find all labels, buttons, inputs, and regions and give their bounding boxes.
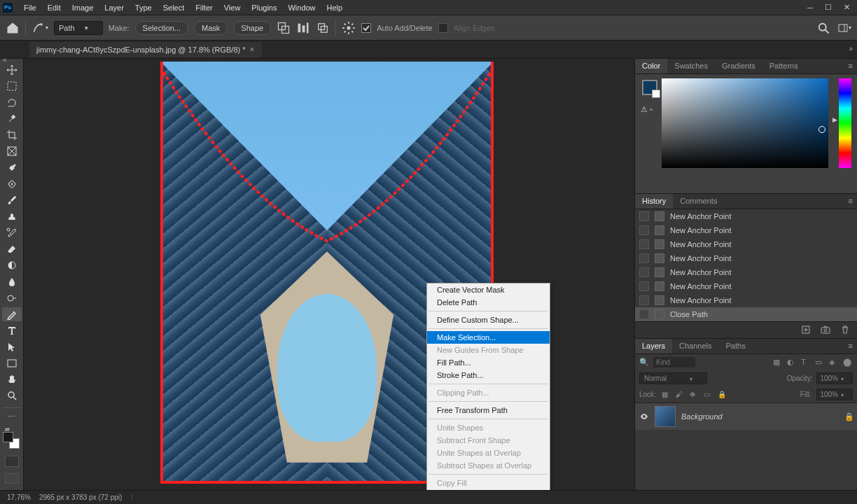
path-alignment-icon[interactable]	[296, 22, 310, 34]
eraser-tool[interactable]	[2, 242, 22, 256]
document-tab[interactable]: jimmy-chang-ACt8ycSzpdE-unsplash.jpg @ 1…	[29, 42, 262, 57]
make-mask-button[interactable]: Mask	[194, 21, 228, 35]
context-menu-item[interactable]: Define Custom Shape...	[427, 314, 550, 326]
history-item[interactable]: New Anchor Point	[635, 293, 857, 307]
type-tool[interactable]	[2, 323, 22, 337]
color-field[interactable]	[662, 78, 828, 168]
collapse-tools-icon[interactable]: «	[3, 56, 7, 64]
menu-image[interactable]: Image	[67, 1, 99, 14]
history-item[interactable]: New Anchor Point	[635, 265, 857, 279]
history-item[interactable]: New Anchor Point	[635, 223, 857, 237]
healing-tool[interactable]	[2, 177, 22, 191]
layer-row[interactable]: Background 🔒	[635, 403, 857, 430]
history-item[interactable]: New Anchor Point	[635, 251, 857, 265]
gamut-warning-icon[interactable]: ⚠ ▫	[641, 105, 653, 114]
panel-menu-icon[interactable]: ≡	[844, 194, 857, 209]
zoom-level[interactable]: 17.76%	[7, 493, 31, 501]
minimize-button[interactable]: ─	[805, 3, 815, 13]
make-selection-button[interactable]: Selection...	[135, 21, 188, 35]
tab-patterns[interactable]: Patterns	[762, 59, 805, 74]
menu-file[interactable]: File	[18, 1, 42, 14]
screen-mode-icon[interactable]	[5, 473, 19, 484]
menu-edit[interactable]: Edit	[42, 1, 67, 14]
menu-layer[interactable]: Layer	[99, 1, 130, 14]
tab-close-icon[interactable]: ×	[250, 45, 255, 55]
lock-position-icon[interactable]: ✥	[690, 391, 698, 399]
layer-list[interactable]: Background 🔒	[635, 403, 857, 490]
menu-filter[interactable]: Filter	[190, 1, 218, 14]
filter-pixel-icon[interactable]: ▦	[773, 358, 783, 368]
tool-preset-picker[interactable]: ▾	[32, 21, 48, 35]
history-item[interactable]: Close Path	[635, 307, 857, 321]
layer-thumbnail[interactable]	[655, 406, 676, 427]
menu-help[interactable]: Help	[321, 1, 349, 14]
history-checkbox[interactable]	[639, 309, 649, 319]
maximize-button[interactable]: ☐	[823, 3, 833, 13]
context-menu-item[interactable]: Stroke Path...	[427, 369, 550, 382]
anchor-point[interactable]	[491, 62, 494, 64]
foreground-color[interactable]	[3, 432, 13, 442]
filter-adjustment-icon[interactable]: ◐	[787, 358, 797, 368]
filter-toggle-icon[interactable]: ⬤	[843, 358, 853, 368]
crop-tool[interactable]	[2, 128, 22, 142]
canvas-area[interactable]: Create Vector MaskDelete PathDefine Cust…	[24, 59, 634, 490]
path-mode-select[interactable]: Path ▾	[54, 21, 103, 35]
path-arrangement-icon[interactable]	[316, 22, 330, 34]
history-checkbox[interactable]	[639, 211, 649, 221]
history-item[interactable]: New Anchor Point	[635, 209, 857, 223]
history-checkbox[interactable]	[639, 295, 649, 305]
marquee-tool[interactable]	[2, 79, 22, 93]
tab-history[interactable]: History	[635, 194, 673, 209]
lock-transparency-icon[interactable]: ▦	[662, 391, 670, 399]
history-list[interactable]: New Anchor PointNew Anchor PointNew Anch…	[635, 209, 857, 321]
dodge-tool[interactable]	[2, 291, 22, 305]
lock-all-icon[interactable]: 🔒	[718, 391, 726, 399]
filter-smartobj-icon[interactable]: ◈	[829, 358, 839, 368]
hand-tool[interactable]	[2, 372, 22, 386]
history-brush-tool[interactable]	[2, 226, 22, 240]
history-item[interactable]: New Anchor Point	[635, 237, 857, 251]
tab-swatches[interactable]: Swatches	[667, 59, 715, 74]
expand-panels-icon[interactable]: »	[849, 45, 853, 52]
trash-icon[interactable]	[840, 325, 850, 336]
move-tool[interactable]	[2, 63, 22, 77]
filter-search-icon[interactable]: 🔍	[639, 358, 649, 367]
status-menu-icon[interactable]: 〉	[130, 493, 137, 502]
blend-mode-select[interactable]: Normal ▾	[639, 372, 707, 384]
make-shape-button[interactable]: Shape	[233, 21, 271, 35]
snapshot-icon[interactable]	[821, 325, 830, 336]
visibility-icon[interactable]	[639, 412, 649, 421]
swap-colors-icon[interactable]: ⇄	[3, 426, 11, 432]
clone-stamp-tool[interactable]	[2, 209, 22, 223]
context-menu-item[interactable]: Create Vector Mask	[427, 284, 550, 296]
path-operations-icon[interactable]	[277, 22, 291, 34]
blur-tool[interactable]	[2, 274, 22, 288]
history-item[interactable]: New Anchor Point	[635, 279, 857, 293]
quick-mask-icon[interactable]	[5, 456, 19, 467]
rectangle-tool[interactable]	[2, 356, 22, 370]
tab-color[interactable]: Color	[635, 59, 667, 74]
context-menu-item[interactable]: Make Selection...	[427, 331, 550, 344]
filter-type-icon[interactable]: T	[801, 358, 811, 368]
zoom-tool[interactable]	[2, 388, 22, 402]
frame-tool[interactable]	[2, 144, 22, 158]
auto-add-delete-checkbox[interactable]	[361, 23, 371, 33]
home-button[interactable]	[6, 22, 20, 34]
history-checkbox[interactable]	[639, 267, 649, 277]
tab-layers[interactable]: Layers	[635, 339, 672, 354]
color-picker-cursor[interactable]	[818, 126, 825, 133]
document-info[interactable]: 2965 px x 3783 px (72 ppi)	[39, 493, 122, 501]
align-edges-checkbox[interactable]	[438, 23, 448, 33]
close-button[interactable]: ✕	[842, 3, 851, 13]
fill-input[interactable]: 100%▾	[816, 388, 853, 400]
history-checkbox[interactable]	[639, 225, 649, 235]
tab-gradients[interactable]: Gradients	[715, 59, 762, 74]
gradient-tool[interactable]	[2, 258, 22, 272]
brush-tool[interactable]	[2, 193, 22, 207]
pen-tool[interactable]	[2, 307, 22, 321]
anchor-point[interactable]	[160, 481, 163, 484]
menu-select[interactable]: Select	[158, 1, 190, 14]
context-menu-item[interactable]: Fill Path...	[427, 356, 550, 369]
history-checkbox[interactable]	[639, 281, 649, 291]
menu-window[interactable]: Window	[282, 1, 321, 14]
